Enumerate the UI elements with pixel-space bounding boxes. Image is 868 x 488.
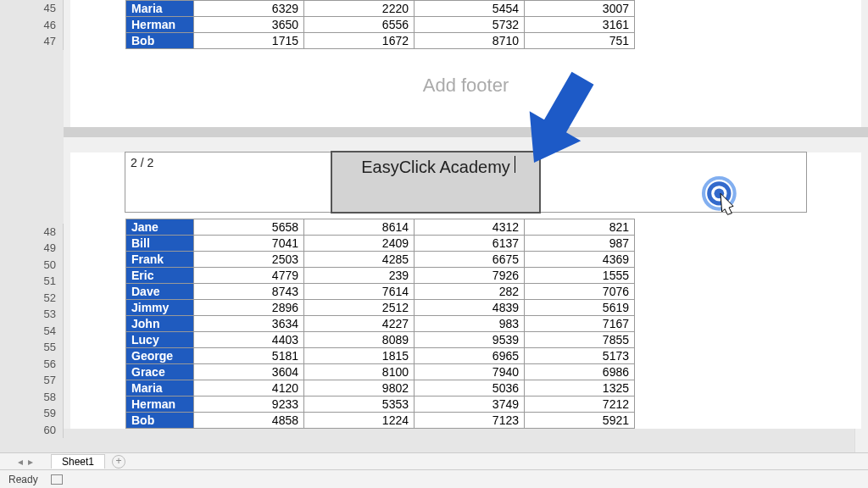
value-cell[interactable]: 6556 — [304, 17, 415, 33]
value-cell[interactable]: 5619 — [525, 300, 635, 316]
value-cell[interactable]: 1672 — [304, 33, 415, 49]
table-row[interactable]: Maria6329222054543007 — [126, 1, 635, 17]
value-cell[interactable]: 5921 — [525, 413, 635, 429]
value-cell[interactable]: 7614 — [304, 284, 415, 300]
value-cell[interactable]: 5181 — [194, 348, 304, 364]
sheet-tab[interactable]: Sheet1 — [51, 454, 105, 469]
value-cell[interactable]: 4369 — [525, 252, 635, 268]
row-header[interactable]: 47 — [0, 33, 64, 50]
table-row[interactable]: Grace3604810079406986 — [126, 364, 635, 380]
row-header[interactable]: 48 — [0, 224, 64, 241]
value-cell[interactable]: 3749 — [415, 396, 525, 413]
row-header[interactable]: 54 — [0, 323, 64, 340]
header-center-section[interactable]: EasyClick Academy — [332, 152, 539, 212]
value-cell[interactable]: 5353 — [304, 396, 415, 413]
value-cell[interactable]: 4403 — [194, 332, 304, 348]
value-cell[interactable]: 5658 — [194, 219, 304, 236]
table-row[interactable]: Lucy4403808995397855 — [126, 332, 635, 348]
value-cell[interactable]: 821 — [525, 219, 635, 236]
name-cell[interactable]: Herman — [126, 396, 194, 413]
header-right-section[interactable] — [539, 152, 806, 212]
value-cell[interactable]: 9233 — [194, 396, 304, 413]
header-left-section[interactable]: 2 / 2 — [125, 152, 332, 212]
value-cell[interactable]: 3650 — [194, 17, 304, 33]
table-row[interactable]: George5181181569655173 — [126, 348, 635, 364]
value-cell[interactable]: 4227 — [304, 316, 415, 332]
page-header-zone[interactable]: 2 / 2 EasyClick Academy — [125, 152, 806, 212]
value-cell[interactable]: 3007 — [525, 1, 635, 17]
row-header[interactable]: 52 — [0, 290, 64, 307]
value-cell[interactable]: 8710 — [415, 33, 525, 49]
value-cell[interactable]: 2409 — [304, 236, 415, 252]
name-cell[interactable]: Jimmy — [126, 300, 194, 316]
row-header[interactable]: 56 — [0, 356, 64, 373]
row-header[interactable]: 51 — [0, 273, 64, 290]
value-cell[interactable]: 8100 — [304, 364, 415, 380]
row-header[interactable]: 50 — [0, 257, 64, 274]
table-row[interactable]: Bob171516728710751 — [126, 33, 635, 49]
value-cell[interactable]: 983 — [415, 316, 525, 332]
value-cell[interactable]: 239 — [304, 268, 415, 284]
row-header[interactable]: 58 — [0, 389, 64, 406]
table-row[interactable]: Bob4858122471235921 — [126, 413, 635, 429]
value-cell[interactable]: 1555 — [525, 268, 635, 284]
value-cell[interactable]: 2220 — [304, 1, 415, 17]
value-cell[interactable]: 5454 — [415, 1, 525, 17]
name-cell[interactable]: Bob — [126, 33, 194, 49]
table-row[interactable]: Dave874376142827076 — [126, 284, 635, 300]
name-cell[interactable]: Bill — [126, 236, 194, 252]
name-cell[interactable]: Maria — [126, 1, 194, 17]
add-sheet-button[interactable]: + — [112, 455, 125, 469]
row-header[interactable]: 53 — [0, 306, 64, 323]
value-cell[interactable]: 5732 — [415, 17, 525, 33]
name-cell[interactable]: George — [126, 348, 194, 364]
value-cell[interactable]: 4312 — [415, 219, 525, 236]
value-cell[interactable]: 7041 — [194, 236, 304, 252]
table-row[interactable]: John363442279837167 — [126, 316, 635, 332]
name-cell[interactable]: Maria — [126, 380, 194, 396]
value-cell[interactable]: 4285 — [304, 252, 415, 268]
row-header[interactable]: 55 — [0, 339, 64, 356]
row-header[interactable]: 49 — [0, 240, 64, 257]
tab-prev-icon[interactable]: ◂ — [18, 456, 23, 468]
value-cell[interactable]: 3634 — [194, 316, 304, 332]
name-cell[interactable]: Bob — [126, 413, 194, 429]
name-cell[interactable]: Jane — [126, 219, 194, 236]
row-header[interactable]: 59 — [0, 405, 64, 422]
footer-placeholder[interactable]: Add footer — [70, 49, 861, 122]
value-cell[interactable]: 282 — [415, 284, 525, 300]
value-cell[interactable]: 7212 — [525, 396, 635, 413]
value-cell[interactable]: 7940 — [415, 364, 525, 380]
value-cell[interactable]: 9802 — [304, 380, 415, 396]
value-cell[interactable]: 751 — [525, 33, 635, 49]
name-cell[interactable]: Eric — [126, 268, 194, 284]
data-table-page1[interactable]: Maria6329222054543007Herman3650655657323… — [125, 0, 635, 49]
value-cell[interactable]: 9539 — [415, 332, 525, 348]
macro-record-icon[interactable] — [51, 474, 63, 485]
value-cell[interactable]: 7076 — [525, 284, 635, 300]
value-cell[interactable]: 4858 — [194, 413, 304, 429]
tab-next-icon[interactable]: ▸ — [28, 456, 33, 468]
value-cell[interactable]: 8089 — [304, 332, 415, 348]
value-cell[interactable]: 4839 — [415, 300, 525, 316]
tab-nav-arrows[interactable]: ◂ ▸ — [0, 456, 51, 468]
value-cell[interactable]: 4120 — [194, 380, 304, 396]
name-cell[interactable]: Dave — [126, 284, 194, 300]
value-cell[interactable]: 7123 — [415, 413, 525, 429]
value-cell[interactable]: 7926 — [415, 268, 525, 284]
row-header[interactable]: 45 — [0, 0, 64, 17]
value-cell[interactable]: 7855 — [525, 332, 635, 348]
table-row[interactable]: Eric477923979261555 — [126, 268, 635, 284]
value-cell[interactable]: 2512 — [304, 300, 415, 316]
table-row[interactable]: Jane565886144312821 — [126, 219, 635, 236]
name-cell[interactable]: Grace — [126, 364, 194, 380]
value-cell[interactable]: 4779 — [194, 268, 304, 284]
value-cell[interactable]: 3604 — [194, 364, 304, 380]
table-row[interactable]: Frank2503428566754369 — [126, 252, 635, 268]
value-cell[interactable]: 3161 — [525, 17, 635, 33]
value-cell[interactable]: 6329 — [194, 1, 304, 17]
table-row[interactable]: Herman3650655657323161 — [126, 17, 635, 33]
value-cell[interactable]: 6965 — [415, 348, 525, 364]
value-cell[interactable]: 5173 — [525, 348, 635, 364]
row-header[interactable]: 46 — [0, 17, 64, 34]
